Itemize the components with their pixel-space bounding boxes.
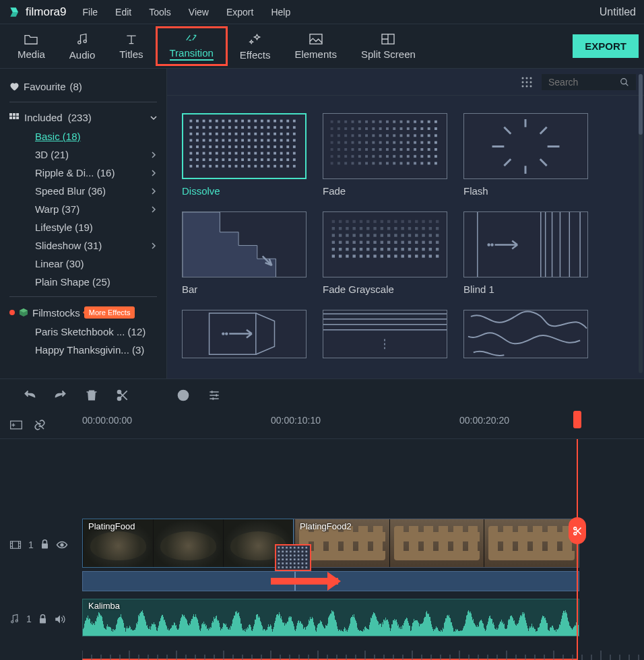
- svg-rect-248: [414, 155, 416, 158]
- sidebar-filmstocks[interactable]: Filmstocks More Effects: [9, 302, 157, 323]
- transition-row3b[interactable]: [323, 310, 447, 358]
- grid-view-icon[interactable]: [521, 77, 532, 88]
- redo-icon[interactable]: [54, 389, 67, 402]
- transition-bar[interactable]: Bar: [182, 211, 307, 295]
- speaker-icon[interactable]: [54, 614, 66, 624]
- tab-splitscreen[interactable]: Split Screen: [349, 28, 428, 65]
- transition-row3c[interactable]: [463, 310, 588, 358]
- video-track-header: 1: [0, 539, 82, 550]
- svg-rect-39: [203, 126, 205, 129]
- audio-track-header: 1: [0, 614, 82, 624]
- svg-rect-437: [286, 547, 288, 549]
- sliders-icon[interactable]: [207, 389, 221, 402]
- clip-platingfood[interactable]: PlatingFood: [82, 519, 294, 568]
- ruler-ticks: [82, 649, 644, 660]
- playhead-handle[interactable]: [573, 411, 581, 428]
- tab-media[interactable]: Media: [5, 28, 57, 65]
- svg-rect-239: [352, 155, 354, 158]
- transition-flash[interactable]: Flash: [463, 113, 588, 197]
- transition-row3a[interactable]: [182, 310, 307, 358]
- svg-rect-42: [222, 126, 224, 129]
- undo-icon[interactable]: [23, 389, 36, 402]
- clip-platingfood2[interactable]: PlatingFood2: [294, 519, 579, 568]
- lock-icon[interactable]: [38, 614, 47, 624]
- category-list: Basic (18) 3D (21) Ripple & Di... (16) S…: [9, 127, 157, 291]
- svg-rect-436: [282, 547, 284, 549]
- transition-dissolve[interactable]: Dissolve: [182, 113, 307, 197]
- menu-tools[interactable]: Tools: [149, 7, 171, 18]
- tab-elements[interactable]: Elements: [282, 28, 349, 65]
- svg-rect-188: [331, 134, 333, 137]
- trash-icon[interactable]: [85, 389, 98, 402]
- timecode-2: 00:00:20:20: [459, 415, 509, 426]
- unlink-icon[interactable]: [34, 419, 46, 431]
- transition-fadegray[interactable]: Fade Grayscale: [323, 211, 447, 295]
- cat-linear[interactable]: Linear (30): [35, 255, 157, 273]
- more-effects-badge[interactable]: More Effects: [84, 306, 135, 319]
- cat-slideshow[interactable]: Slideshow (31): [35, 236, 157, 255]
- playhead-cut-button[interactable]: [569, 517, 586, 544]
- svg-rect-107: [203, 152, 205, 155]
- menu-help[interactable]: Help: [271, 7, 290, 18]
- transition-fade[interactable]: Fade: [323, 113, 447, 197]
- cat-ripple[interactable]: Ripple & Di... (16): [35, 164, 157, 182]
- tab-effects[interactable]: Effects: [228, 27, 283, 66]
- store-list: Paris Sketchbook ... (12) Happy Thanksgi…: [9, 323, 157, 359]
- eye-icon[interactable]: [56, 541, 68, 549]
- store-item-paris[interactable]: Paris Sketchbook ... (12): [35, 323, 157, 341]
- svg-rect-237: [337, 155, 340, 158]
- svg-rect-253: [337, 162, 340, 165]
- time-ruler[interactable]: 00:00:00:00 00:00:10:10 00:00:20:20: [0, 411, 644, 439]
- cat-warp[interactable]: Warp (37): [35, 200, 157, 218]
- cat-speedblur[interactable]: Speed Blur (36): [35, 182, 157, 200]
- store-item-thanks[interactable]: Happy Thanksgivin... (3): [35, 341, 157, 359]
- svg-rect-187: [434, 127, 437, 130]
- search-box[interactable]: [542, 74, 636, 90]
- clip-kalimba[interactable]: Kalimba: [82, 599, 579, 636]
- scrollbar-thumb[interactable]: [639, 74, 643, 135]
- cat-3d[interactable]: 3D (21): [35, 145, 157, 164]
- tab-transition[interactable]: Transition: [156, 26, 228, 66]
- scrollbar[interactable]: [639, 74, 643, 373]
- menu-export[interactable]: Export: [226, 7, 253, 18]
- svg-rect-234: [428, 148, 430, 151]
- svg-rect-351: [353, 255, 356, 257]
- svg-rect-125: [209, 158, 212, 161]
- search-input[interactable]: [548, 77, 620, 88]
- svg-rect-356: [387, 255, 390, 257]
- transition-overlay[interactable]: [275, 544, 311, 571]
- svg-rect-100: [267, 145, 270, 148]
- export-button[interactable]: EXPORT: [573, 34, 639, 58]
- sidebar-favourite[interactable]: Favourite (8): [9, 77, 157, 96]
- svg-rect-311: [408, 234, 411, 236]
- svg-rect-4: [9, 113, 12, 116]
- transition-blind1[interactable]: Blind 1: [463, 211, 588, 295]
- sidebar-included[interactable]: Included (233): [9, 108, 157, 127]
- cat-lifestyle[interactable]: Lifestyle (19): [35, 218, 157, 236]
- lock-icon[interactable]: [40, 539, 49, 550]
- cat-basic[interactable]: Basic (18): [35, 127, 157, 145]
- svg-rect-292: [387, 227, 390, 230]
- svg-rect-477: [286, 566, 288, 568]
- audio-track-body[interactable]: Kalimba: [82, 599, 644, 639]
- playhead[interactable]: [577, 439, 578, 660]
- history-icon[interactable]: [176, 389, 190, 402]
- svg-rect-263: [407, 162, 410, 165]
- tab-audio[interactable]: Audio: [57, 27, 107, 66]
- svg-rect-191: [352, 134, 354, 137]
- timecode-0: 00:00:00:00: [82, 415, 132, 426]
- menu-view[interactable]: View: [189, 7, 209, 18]
- menu-edit[interactable]: Edit: [115, 7, 131, 18]
- svg-rect-118: [273, 152, 276, 155]
- ruler-body[interactable]: 00:00:00:00 00:00:10:10 00:00:20:20: [82, 411, 644, 438]
- menu-file[interactable]: File: [82, 7, 98, 18]
- scissors-icon[interactable]: [116, 389, 129, 402]
- cat-plainshape[interactable]: Plain Shape (25): [35, 273, 157, 291]
- svg-rect-101: [273, 145, 276, 148]
- tab-titles[interactable]: Titles: [107, 28, 155, 65]
- svg-rect-124: [203, 158, 205, 161]
- svg-rect-227: [379, 148, 382, 151]
- add-track-icon[interactable]: [9, 419, 23, 431]
- video-track-body[interactable]: PlatingFood PlatingFood2: [82, 519, 644, 570]
- svg-rect-432: [11, 541, 21, 548]
